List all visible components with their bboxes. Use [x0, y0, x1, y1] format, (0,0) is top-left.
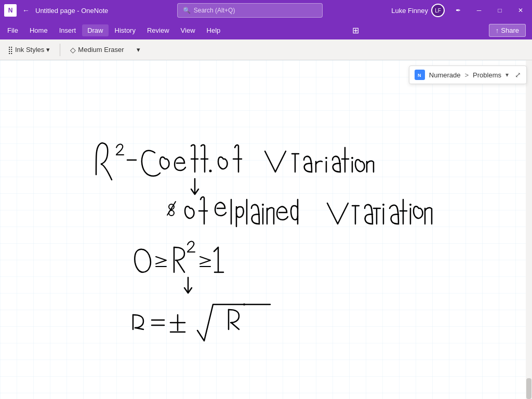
menu-home[interactable]: Home [24, 24, 53, 36]
title-bar-right: Luke Finney LF ✒ ─ □ ✕ [391, 0, 528, 21]
user-name: Luke Finney [391, 7, 428, 15]
page-view-button[interactable]: ⊞ [352, 25, 359, 35]
eraser-icon: ◇ [70, 46, 76, 54]
numerade-expand-icon[interactable]: ⤢ [515, 71, 521, 79]
svg-point-9 [409, 204, 411, 206]
title-bar-left: N ← Untitled page - OneNote [4, 4, 108, 17]
eraser-dropdown[interactable]: ▾ [132, 43, 145, 56]
toolbar-separator [60, 44, 60, 56]
menu-review[interactable]: Review [142, 24, 175, 36]
ink-styles-icon: ⣿ [8, 46, 13, 54]
numerade-panel[interactable]: N Numerade > Problems ▾ ⤢ [409, 65, 527, 84]
back-button[interactable]: ← [21, 5, 31, 16]
numerade-separator: > [464, 71, 469, 79]
svg-point-6 [169, 210, 174, 216]
eraser-dropdown-icon: ▾ [137, 46, 140, 54]
svg-point-4 [351, 157, 353, 159]
share-icon: ↑ [496, 26, 499, 34]
menu-bar: File Home Insert Draw History Review Vie… [0, 21, 532, 39]
menu-view[interactable]: View [176, 24, 201, 36]
minimize-button[interactable]: ─ [472, 0, 486, 21]
canvas-area[interactable]: N Numerade > Problems ▾ ⤢ [0, 60, 532, 399]
ink-styles-button[interactable]: ⣿ Ink Styles ▾ [3, 43, 55, 57]
scrollbar[interactable] [526, 60, 532, 399]
search-icon: 🔍 [183, 7, 191, 14]
pen-button[interactable]: ✒ [451, 0, 466, 21]
onenote-logo: N [4, 4, 17, 17]
restore-button[interactable]: □ [493, 0, 507, 21]
eraser-label: Medium Eraser [78, 46, 124, 54]
menu-file[interactable]: File [2, 24, 23, 36]
search-placeholder: Search (Alt+Q) [194, 7, 235, 14]
menu-insert[interactable]: Insert [54, 24, 82, 36]
scrollbar-thumb[interactable] [526, 378, 531, 399]
svg-point-3 [325, 157, 327, 159]
handwriting-content [0, 60, 532, 399]
menu-history[interactable]: History [110, 24, 141, 36]
svg-point-8 [382, 204, 384, 206]
eraser-button[interactable]: ◇ Medium Eraser [65, 43, 128, 57]
page-title: Untitled page - OneNote [35, 7, 108, 15]
user-info: Luke Finney LF [391, 4, 445, 17]
share-button[interactable]: ↑ Share [489, 24, 526, 37]
title-bar: N ← Untitled page - OneNote 🔍 Search (Al… [0, 0, 532, 21]
svg-text:N: N [418, 73, 421, 78]
svg-point-2 [209, 170, 212, 172]
menu-help[interactable]: Help [202, 24, 226, 36]
ink-styles-label: Ink Styles [15, 46, 44, 54]
back-icon: ← [22, 6, 30, 15]
numerade-chevron-icon[interactable]: ▾ [506, 71, 509, 78]
avatar: LF [431, 4, 445, 17]
menu-draw[interactable]: Draw [82, 24, 108, 36]
ink-styles-dropdown-icon: ▾ [46, 46, 50, 54]
numerade-sub-label: Problems [473, 71, 501, 79]
svg-point-10 [243, 303, 245, 305]
numerade-icon: N [415, 70, 425, 80]
share-label: Share [501, 26, 519, 34]
close-button[interactable]: ✕ [513, 0, 528, 21]
numerade-label: Numerade [429, 71, 461, 79]
toolbar: ⣿ Ink Styles ▾ ◇ Medium Eraser ▾ [0, 39, 532, 60]
svg-point-7 [262, 204, 264, 206]
search-bar[interactable]: 🔍 Search (Alt+Q) [177, 3, 323, 18]
